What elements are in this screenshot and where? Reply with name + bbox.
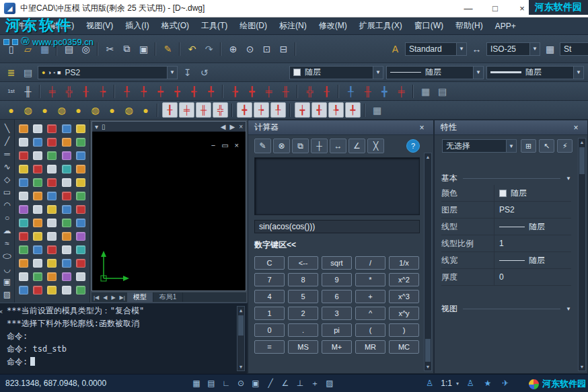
toolbar-icon[interactable] bbox=[96, 42, 100, 56]
palette-tool-icon[interactable] bbox=[45, 189, 59, 202]
palette-tool-icon[interactable] bbox=[74, 189, 88, 202]
palette-tool-icon[interactable] bbox=[59, 149, 73, 162]
undo-icon[interactable]: ↶ bbox=[184, 41, 200, 56]
clear-icon[interactable]: ✎ bbox=[254, 139, 271, 153]
layer-lamp-icon[interactable]: ◍ bbox=[121, 102, 137, 118]
die-tool-icon[interactable]: ╉ bbox=[311, 102, 327, 118]
insert-block-icon[interactable]: ▣ bbox=[1, 275, 14, 288]
dynamic-ucs-icon[interactable]: ∠ bbox=[279, 377, 292, 389]
palette-tool-icon[interactable] bbox=[59, 202, 73, 216]
property-value[interactable]: 随层 bbox=[494, 252, 571, 268]
multiline-icon[interactable]: ═ bbox=[1, 147, 14, 160]
palette-tool-icon[interactable] bbox=[30, 135, 44, 149]
palette-tool-icon[interactable] bbox=[30, 229, 44, 243]
angle-icon[interactable]: ∠ bbox=[348, 139, 365, 153]
calc-key[interactable]: MS bbox=[288, 340, 318, 354]
calc-key[interactable]: 0 bbox=[254, 323, 285, 337]
paste-icon[interactable]: ▣ bbox=[136, 41, 151, 56]
ellipse-arc-icon[interactable]: ◡ bbox=[1, 262, 14, 275]
menu-item[interactable]: 标注(N) bbox=[273, 17, 313, 34]
calc-key[interactable]: ) bbox=[389, 323, 419, 337]
die-tool-icon[interactable]: ╫ bbox=[278, 83, 293, 99]
palette-tool-icon[interactable] bbox=[74, 243, 88, 256]
collapse-icon[interactable]: ▼ bbox=[566, 175, 571, 182]
palette-tool-icon[interactable] bbox=[59, 229, 73, 243]
toolbar-icon[interactable] bbox=[411, 85, 416, 98]
layer-lamp-icon[interactable]: ● bbox=[3, 102, 19, 118]
palette-tool-icon[interactable] bbox=[74, 135, 88, 149]
die-tool-icon[interactable]: ╪ bbox=[394, 83, 409, 99]
die-tool-icon[interactable]: ╊ bbox=[227, 83, 243, 99]
chevron-down-icon[interactable]: ▼ bbox=[373, 67, 383, 79]
document-icon[interactable]: ▯ bbox=[102, 123, 106, 130]
calc-key[interactable]: M+ bbox=[322, 340, 352, 354]
palette-tool-icon[interactable] bbox=[45, 122, 59, 135]
calc-key[interactable]: ( bbox=[355, 323, 385, 337]
palette-tool-icon[interactable] bbox=[45, 229, 59, 243]
toolbar-icon[interactable] bbox=[293, 42, 298, 56]
properties-header[interactable]: 特性 × bbox=[435, 120, 587, 135]
calc-key[interactable]: x^y bbox=[389, 307, 419, 320]
calc-key[interactable]: + bbox=[355, 290, 385, 303]
help-icon[interactable]: ? bbox=[406, 139, 420, 153]
palette-tool-icon[interactable] bbox=[45, 243, 59, 256]
calc-key[interactable]: = bbox=[254, 340, 285, 354]
palette-tool-icon[interactable] bbox=[30, 256, 44, 270]
calc-key[interactable]: 5 bbox=[288, 290, 318, 303]
chevron-down-icon[interactable]: ▼ bbox=[529, 43, 540, 55]
layer-lamp-icon[interactable]: ◍ bbox=[87, 102, 103, 118]
annotation-visibility-icon[interactable]: ♙ bbox=[464, 377, 477, 389]
palette-tool-icon[interactable] bbox=[16, 175, 30, 189]
die-tool-icon[interactable]: ╬ bbox=[61, 83, 77, 99]
palette-tool-icon[interactable] bbox=[59, 270, 73, 283]
layer-properties-icon[interactable]: ≣ bbox=[3, 65, 19, 80]
palette-tool-icon[interactable] bbox=[30, 189, 44, 202]
chevron-down-icon[interactable]: ▼ bbox=[167, 67, 177, 79]
die-tool-icon[interactable]: ╋ bbox=[237, 102, 252, 118]
palette-tool-icon[interactable] bbox=[45, 216, 59, 229]
palette-tool-icon[interactable] bbox=[30, 243, 44, 256]
ortho-icon[interactable]: ∟ bbox=[219, 377, 233, 389]
properties-scrollbar[interactable]: ▲ ▼ bbox=[578, 138, 586, 371]
die-tool-icon[interactable]: 1st bbox=[3, 83, 19, 99]
calc-key[interactable]: 9 bbox=[322, 273, 352, 286]
calc-key[interactable]: C bbox=[254, 256, 285, 270]
palette-tool-icon[interactable] bbox=[59, 256, 73, 270]
chevron-down-icon[interactable]: ▼ bbox=[573, 67, 583, 79]
selection-combo[interactable]: 无选择 ▼ bbox=[442, 139, 517, 153]
die-tool-icon[interactable]: ╈ bbox=[170, 83, 185, 99]
palette-tool-icon[interactable] bbox=[74, 270, 88, 283]
die-tool-icon[interactable]: ╪ bbox=[179, 102, 194, 118]
rectangle-icon[interactable]: ▭ bbox=[1, 186, 14, 198]
copy-icon[interactable]: ⧉ bbox=[119, 41, 135, 56]
calculator-header[interactable]: 计算器 × bbox=[248, 120, 433, 135]
calc-key[interactable]: MR bbox=[355, 340, 385, 354]
layout-tab[interactable]: 布局1 bbox=[153, 292, 184, 302]
layer-lamp-icon[interactable]: ● bbox=[37, 102, 52, 118]
mdi-restore-button[interactable]: ▭ bbox=[221, 141, 228, 150]
revision-cloud-icon[interactable]: ☁ bbox=[1, 224, 14, 237]
text-style-icon[interactable]: A bbox=[388, 41, 403, 56]
calc-key[interactable]: x^2 bbox=[389, 273, 419, 286]
palette-tool-icon[interactable] bbox=[59, 189, 73, 202]
layer-states-icon[interactable]: ▤ bbox=[20, 65, 36, 80]
calc-key[interactable]: 4 bbox=[254, 290, 285, 303]
calc-key[interactable]: <-- bbox=[288, 256, 318, 270]
palette-tool-icon[interactable] bbox=[16, 189, 30, 202]
die-tool-icon[interactable]: ╈ bbox=[295, 102, 310, 118]
drawing-canvas[interactable]: − ▭ × bbox=[92, 132, 246, 290]
paste-value-icon[interactable]: ⧉ bbox=[292, 139, 309, 153]
zoom-previous-icon[interactable]: ⊟ bbox=[276, 41, 291, 56]
linetype-combo[interactable]: 随层 ▼ bbox=[386, 66, 484, 79]
grid-icon[interactable]: ▦ bbox=[190, 377, 203, 389]
die-tool-icon[interactable]: ╫ bbox=[360, 83, 375, 99]
layer-lamp-icon[interactable]: ◍ bbox=[54, 102, 69, 118]
lineweight-display-icon[interactable]: ＋ bbox=[308, 377, 322, 389]
table-style-icon[interactable]: ▦ bbox=[542, 41, 558, 56]
tab-scroll-icon[interactable]: ▶| bbox=[118, 295, 127, 301]
calculator-history[interactable] bbox=[254, 157, 420, 215]
toggle-pickadd-icon[interactable]: ⊞ bbox=[521, 139, 536, 153]
palette-tool-icon[interactable] bbox=[59, 243, 73, 256]
arc-icon[interactable]: ◠ bbox=[1, 198, 14, 211]
tab-scroll-icon[interactable]: ▶ bbox=[109, 295, 117, 301]
